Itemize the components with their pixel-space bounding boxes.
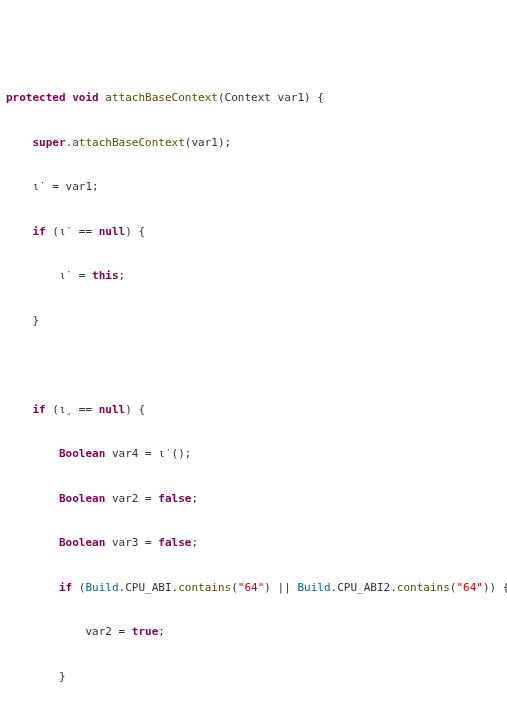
line-assign-this: ι˙ = this; [6, 269, 501, 284]
line-super-call: super.attachBaseContext(var1); [6, 136, 501, 151]
line-assign-field: ι˙ = var1; [6, 180, 501, 195]
line-if-cpu-64: if (Build.CPU_ABI.contains("64") || Buil… [6, 581, 501, 596]
decompiled-java-code: protected void attachBaseContext(Context… [0, 59, 507, 702]
line-if-null2: if (ι¸ == null) { [6, 403, 501, 418]
line-if-null: if (ι˙ == null) { [6, 225, 501, 240]
line-method-sig: protected void attachBaseContext(Context… [6, 91, 501, 106]
